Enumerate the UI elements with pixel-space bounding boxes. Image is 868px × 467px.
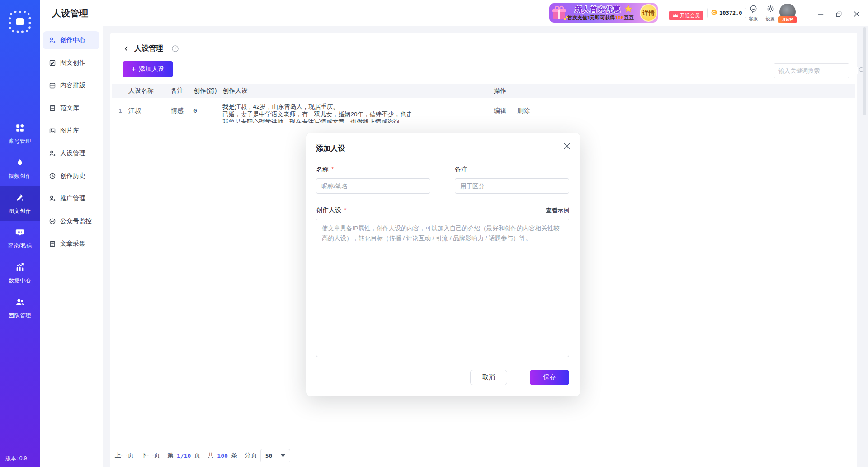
- primary-rail: 账号管理 视频创作 图文创作 评论/私信 数据中心: [0, 0, 40, 467]
- rail-item-label: 数据中心: [9, 277, 31, 285]
- persona-textarea[interactable]: [316, 219, 569, 357]
- banner-detail-button[interactable]: 详情: [640, 4, 657, 22]
- page-size-select[interactable]: 50: [260, 449, 290, 462]
- secondary-sidebar: 创作中心 图文创作 内容排版 范文库 图片库 人设管理 创作历史 推广管理 公众…: [40, 26, 103, 467]
- book-icon: [49, 105, 56, 112]
- sidebar-item-official-account-monitor[interactable]: 公众号监控: [43, 212, 99, 230]
- close-icon[interactable]: [563, 142, 571, 150]
- sidebar-item-image-library[interactable]: 图片库: [43, 122, 99, 140]
- scrollbar-thumb[interactable]: [863, 27, 866, 115]
- rail-item-label: 图文创作: [9, 207, 31, 215]
- settings-button[interactable]: 设置: [762, 5, 779, 22]
- rail-item-team[interactable]: 团队管理: [0, 291, 40, 326]
- name-input[interactable]: [316, 178, 430, 194]
- modal-title: 添加人设: [316, 144, 569, 153]
- star-icon: [624, 5, 632, 15]
- persona-label: 创作人设: [316, 206, 341, 214]
- open-vip-button[interactable]: 开通会员: [669, 11, 703, 20]
- required-mark: *: [344, 206, 346, 214]
- rail-item-label: 团队管理: [9, 312, 31, 319]
- note-input[interactable]: [455, 178, 569, 194]
- add-persona-button[interactable]: + 添加人设: [123, 61, 173, 77]
- note-label: 备注: [455, 166, 467, 173]
- delete-link[interactable]: 删除: [517, 107, 530, 115]
- total-value: 100: [217, 453, 227, 459]
- view-example-link[interactable]: 查看示例: [546, 206, 569, 214]
- header-name: 人设名称: [128, 87, 171, 95]
- user-arrow-icon: [49, 195, 56, 202]
- row-count: 0: [193, 98, 222, 123]
- note-field-group: 备注: [455, 165, 569, 194]
- sidebar-item-article-collection[interactable]: 文章采集: [43, 235, 99, 253]
- window-minimize-button[interactable]: [816, 9, 826, 19]
- svip-badge: SVIP: [778, 16, 797, 23]
- rail-nav: 账号管理 视频创作 图文创作 评论/私信 数据中心: [0, 117, 40, 326]
- row-index: 1: [112, 98, 128, 123]
- rail-item-account[interactable]: 账号管理: [0, 117, 40, 152]
- sidebar-item-persona-management[interactable]: 人设管理: [43, 144, 99, 162]
- flame-icon: [15, 158, 25, 170]
- banner-headline: 新人首充优惠: [575, 5, 621, 14]
- window-maximize-button[interactable]: [834, 9, 844, 19]
- rail-item-video[interactable]: 视频创作: [0, 152, 40, 186]
- required-mark: *: [331, 166, 334, 173]
- rail-item-comments[interactable]: 评论/私信: [0, 221, 40, 256]
- app-header: 人设管理 新人首充优惠 首次充值1元即可获得100豆豆 详情 开通会员 1037…: [40, 0, 868, 26]
- sidebar-item-article-creation[interactable]: 图文创作: [43, 54, 99, 72]
- plus-icon: +: [132, 65, 136, 73]
- sidebar-item-creation-history[interactable]: 创作历史: [43, 167, 99, 185]
- edit-link[interactable]: 编辑: [494, 107, 506, 115]
- sidebar-item-creation-center[interactable]: 创作中心: [43, 31, 99, 49]
- layout-icon: [49, 82, 56, 89]
- banner-subline: 首次充值1元即可获得100豆豆: [567, 14, 634, 21]
- header-persona: 创作人设: [222, 87, 494, 95]
- chevron-down-icon: [281, 454, 285, 457]
- page-value: 1/10: [177, 453, 191, 459]
- modal-field-row: 名称* 备注: [316, 165, 569, 194]
- row-actions: 编辑 删除: [494, 98, 552, 123]
- save-button[interactable]: 保存: [530, 370, 569, 385]
- cancel-button[interactable]: 取消: [470, 370, 507, 385]
- rail-item-data[interactable]: 数据中心: [0, 256, 40, 291]
- name-field-group: 名称*: [316, 165, 430, 194]
- team-icon: [15, 297, 25, 309]
- back-button[interactable]: [123, 45, 130, 52]
- search-input[interactable]: [778, 67, 858, 74]
- prev-page-button[interactable]: 上一页: [115, 452, 134, 460]
- row-note: 情感: [171, 98, 193, 123]
- user-avatar[interactable]: SVIP: [778, 4, 797, 20]
- table-row: 1 江叔 情感 0 我是江叔，42岁，山东青岛人，现居重庆。 已婚，妻子是中学语…: [112, 98, 855, 123]
- sidebar-item-promotion[interactable]: 推广管理: [43, 190, 99, 208]
- add-persona-modal: 添加人设 名称* 备注 创作人设* 查看示例 取消 保存: [306, 133, 580, 396]
- user-arrow-icon: [49, 37, 56, 44]
- image-icon: [49, 127, 56, 134]
- modal-actions: 取消 保存: [316, 370, 569, 385]
- support-button[interactable]: 客服: [745, 5, 762, 22]
- info-icon[interactable]: [171, 45, 179, 52]
- pen-icon: [15, 193, 25, 205]
- total-indicator: 共 100 条: [208, 452, 237, 460]
- coin-icon: [711, 9, 717, 17]
- sidebar-item-sample-library[interactable]: 范文库: [43, 99, 99, 117]
- window-close-button[interactable]: [852, 9, 862, 19]
- coin-value: 10372.0: [719, 10, 742, 16]
- next-page-button[interactable]: 下一页: [141, 452, 160, 460]
- doc-lines-icon: [49, 240, 56, 248]
- persona-table: 人设名称 备注 创作(篇) 创作人设 操作 1 江叔 情感 0 我是江叔，42岁…: [112, 84, 855, 123]
- row-persona: 我是江叔，42岁，山东青岛人，现居重庆。 已婚，妻子是中学语文老师，有一双儿女，…: [222, 98, 494, 123]
- pagination: 上一页 下一页 第 1/10 页 共 100 条 分页 50: [115, 449, 290, 462]
- gear-icon: [766, 5, 775, 15]
- header-actions: 操作: [494, 87, 552, 95]
- support-icon: [749, 5, 758, 15]
- crown-icon: [673, 13, 678, 19]
- sidebar-item-content-layout[interactable]: 内容排版: [43, 76, 99, 95]
- rail-item-article[interactable]: 图文创作: [0, 186, 40, 221]
- grid-icon: [15, 123, 25, 135]
- coin-balance[interactable]: 10372.0: [707, 8, 746, 18]
- header-note: 备注: [171, 87, 193, 95]
- header-divider: [808, 8, 808, 18]
- page-size: 分页 50: [245, 449, 290, 462]
- rail-item-label: 账号管理: [9, 138, 31, 145]
- monitor-icon: [49, 218, 56, 225]
- promo-banner[interactable]: 新人首充优惠 首次充值1元即可获得100豆豆 详情: [549, 3, 658, 23]
